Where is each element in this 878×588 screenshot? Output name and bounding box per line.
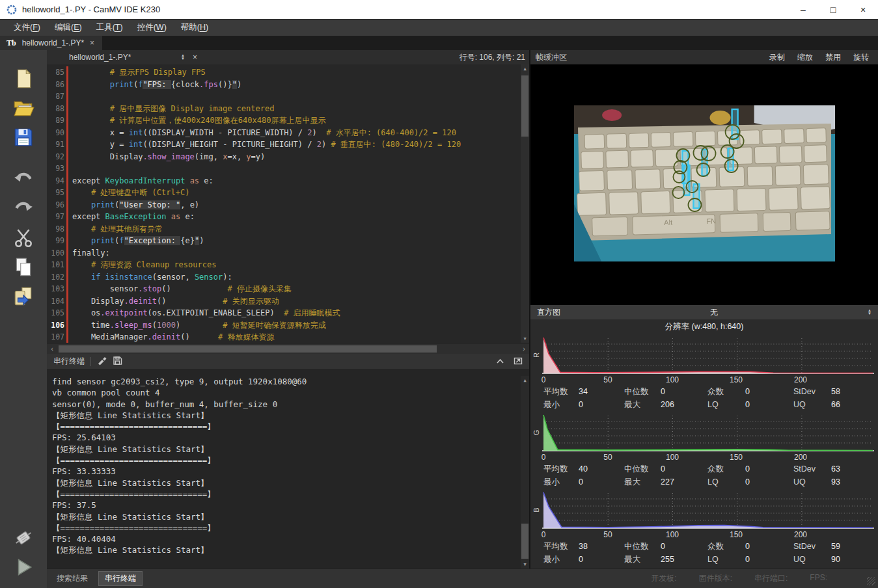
code-line: 103 sensor.stop() # 停止摄像头采集 xyxy=(47,283,521,295)
terminal-line: FPS: 40.40404 xyxy=(52,533,521,544)
status-fields: 开发板:固件版本:串行端口:FPS: xyxy=(651,573,827,584)
code-line: 94except KeyboardInterrupt as e: xyxy=(47,175,521,187)
terminal-line: 【矩形信息 Line Statistics Start】 xyxy=(52,444,521,455)
serial-terminal[interactable]: find sensor gc2093_csi2, type 9, output … xyxy=(47,369,529,568)
document-tab[interactable]: Tb helloworld_1-.PY* × xyxy=(0,36,102,50)
x-tick-label: 50 xyxy=(603,453,612,462)
line-number: 94 xyxy=(47,175,64,187)
terminal-line: vb common pool count 4 xyxy=(52,387,521,398)
scroll-up-icon[interactable]: ▲ xyxy=(521,376,529,384)
tab-label: helloworld_1-.PY* xyxy=(22,38,84,47)
menu-item[interactable]: 编辑(E) xyxy=(48,20,89,35)
open-folder-icon[interactable] xyxy=(11,96,36,120)
histogram-channel-G: G050100150200平均数40中位数0众数0StDev63最小0最大227… xyxy=(530,412,878,488)
editor-vscrollbar[interactable]: ▲ ▼ xyxy=(521,64,529,343)
terminal-line: 【==============================】 xyxy=(52,522,521,533)
fb-button[interactable]: 录制 xyxy=(769,52,785,63)
line-number: 103 xyxy=(47,283,64,295)
scroll-down-icon[interactable]: ▼ xyxy=(521,334,529,343)
cut-icon[interactable] xyxy=(11,226,36,250)
fb-button[interactable]: 缩放 xyxy=(797,52,813,63)
line-number: 92 xyxy=(47,151,64,163)
new-file-icon[interactable] xyxy=(11,67,36,90)
run-icon[interactable] xyxy=(11,555,36,579)
code-line: 87 xyxy=(47,90,521,103)
editor-header: helloworld_1-.PY* ▲▼ × 行号: 106, 列号: 21 xyxy=(47,50,530,64)
terminal-line: 【矩形信息 Line Statistics Start】 xyxy=(52,410,521,421)
doc-switcher-updown-icon[interactable]: ▲▼ xyxy=(181,54,185,60)
code-line: 100finally: xyxy=(47,247,521,260)
document-tab-bar: Tb helloworld_1-.PY* × xyxy=(0,36,878,50)
undo-icon[interactable] xyxy=(11,168,36,191)
code-line: 96 print("User Stop: ", e) xyxy=(47,199,521,211)
paste-icon[interactable] xyxy=(11,285,36,308)
status-field: 固件版本: xyxy=(699,573,732,584)
code-line: 95 # 处理键盘中断 (Ctrl+C) xyxy=(47,187,521,199)
copy-icon[interactable] xyxy=(11,256,36,279)
menu-item[interactable]: 工具(T) xyxy=(89,20,130,35)
histogram-title: 直方图 xyxy=(537,307,560,318)
terminal-line: FPS: 37.5 xyxy=(52,500,521,511)
bottom-tabs: 搜索结果串行终端 xyxy=(51,572,147,585)
scroll-down-icon[interactable]: ▼ xyxy=(521,560,529,568)
menu-item[interactable]: 帮助(H) xyxy=(174,20,215,35)
menu-item[interactable]: 文件(F) xyxy=(7,20,48,35)
divider xyxy=(90,357,91,366)
status-field: 开发板: xyxy=(651,573,676,584)
code-line: 106 time.sleep_ms(1000) # 短暂延时确保资源释放完成 xyxy=(47,319,521,332)
redo-icon[interactable] xyxy=(11,197,36,220)
line-number: 96 xyxy=(47,199,64,211)
document-close-icon[interactable]: × xyxy=(193,53,197,62)
code-line: 89 # 计算居中位置，使400x240图像在640x480屏幕上居中显示 xyxy=(47,114,521,127)
terminal-line: 【矩形信息 Line Statistics Start】 xyxy=(52,511,521,522)
line-number: 86 xyxy=(47,79,64,91)
clear-terminal-icon[interactable] xyxy=(97,356,107,368)
bottom-tab[interactable]: 搜索结果 xyxy=(51,572,94,585)
mode-updown-icon[interactable]: ▲▼ xyxy=(868,309,871,315)
menu-item[interactable]: 控件(W) xyxy=(130,20,174,35)
x-tick-label: 150 xyxy=(730,530,743,539)
x-tick-label: 100 xyxy=(666,530,679,539)
minimize-button[interactable]: – xyxy=(788,0,818,19)
x-tick-label: 200 xyxy=(794,530,807,539)
scroll-right-icon[interactable]: › xyxy=(519,344,529,354)
app-logo-icon xyxy=(7,5,17,15)
save-icon[interactable] xyxy=(11,126,36,149)
bottom-bar: 搜索结果串行终端 开发板:固件版本:串行端口:FPS: xyxy=(47,568,878,588)
code-line: 98 # 处理其他所有异常 xyxy=(47,223,521,235)
fb-button[interactable]: 禁用 xyxy=(825,52,841,63)
popout-panel-icon[interactable] xyxy=(514,356,523,367)
terminal-vscrollbar[interactable]: ▲ ▼ xyxy=(521,376,529,568)
close-button[interactable]: × xyxy=(848,0,878,19)
channel-axis-label: R xyxy=(530,335,542,375)
connect-device-icon[interactable] xyxy=(11,526,36,550)
terminal-header: 串行终端 xyxy=(47,354,529,369)
code-lines: 85 # 显示FPS Display FPS86 print(f"FPS: {c… xyxy=(47,64,521,343)
terminal-line: find sensor gc2093_csi2, type 9, output … xyxy=(52,376,521,387)
save-log-icon[interactable] xyxy=(113,356,122,368)
terminal-title: 串行终端 xyxy=(53,356,85,367)
histogram-channels: R050100150200平均数34中位数0众数0StDev58最小0最大206… xyxy=(530,334,878,566)
histogram-plot-B xyxy=(542,490,874,530)
maximize-button[interactable]: □ xyxy=(818,0,848,19)
channel-axis-label: G xyxy=(530,412,542,453)
tab-close-icon[interactable]: × xyxy=(90,38,94,47)
collapse-panel-icon[interactable] xyxy=(496,357,504,366)
terminal-line: 【矩形信息 Line Statistics Start】 xyxy=(52,544,521,555)
histogram-mode-select[interactable]: 无 xyxy=(560,307,868,318)
editor-hscrollbar[interactable]: ‹ › xyxy=(47,343,529,354)
fb-button[interactable]: 旋转 xyxy=(853,52,869,63)
cursor-position: 行号: 106, 列号: 21 xyxy=(460,52,525,63)
code-editor[interactable]: 85 # 显示FPS Display FPS86 print(f"FPS: {c… xyxy=(47,64,529,343)
scroll-left-icon[interactable]: ‹ xyxy=(47,344,57,354)
line-number: 99 xyxy=(47,235,64,247)
document-selector[interactable]: helloworld_1-.PY* xyxy=(69,53,181,62)
bottom-tab[interactable]: 串行终端 xyxy=(99,572,142,585)
line-number: 104 xyxy=(47,295,64,308)
line-number: 107 xyxy=(47,331,64,343)
framebuffer-title: 帧缓冲区 xyxy=(536,52,567,63)
scroll-up-icon[interactable]: ▲ xyxy=(521,64,529,73)
terminal-line: 【==============================】 xyxy=(52,455,521,466)
status-field: 串行端口: xyxy=(754,573,788,584)
resize-grip[interactable] xyxy=(867,577,875,585)
